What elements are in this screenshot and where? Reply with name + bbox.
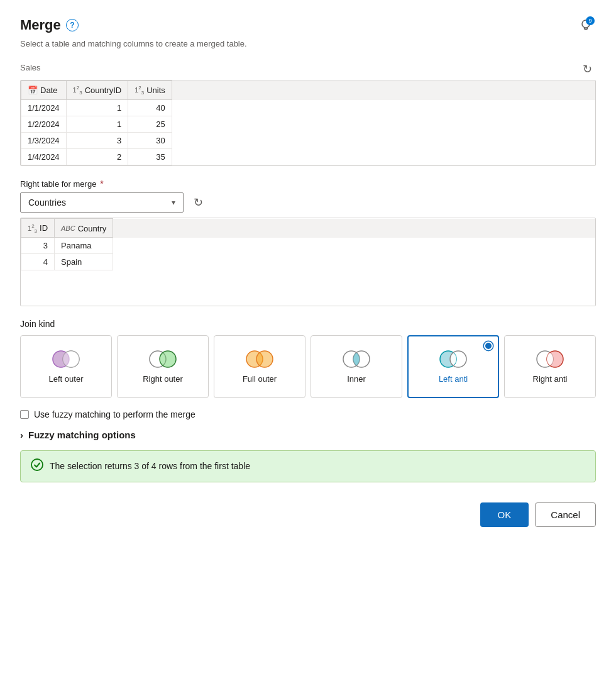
number-icon-id: 123 <box>28 223 37 234</box>
col-date-label: Date <box>40 86 57 95</box>
join-options-container: Left outer Right outer Full outer <box>20 335 596 398</box>
table-row: 1/2/2024 1 25 <box>21 116 595 133</box>
chevron-right-icon: › <box>20 430 23 440</box>
sales-label: Sales <box>20 63 41 72</box>
sales-row4-units: 35 <box>128 149 172 165</box>
sales-row4-countryid: 2 <box>66 149 128 165</box>
sales-col-empty <box>172 81 595 100</box>
join-option-left-outer[interactable]: Left outer <box>20 335 112 398</box>
countries-table: 123 ID ABC Country 3 Panama <box>21 218 595 306</box>
right-anti-label: Right anti <box>533 374 568 384</box>
left-anti-venn <box>437 349 470 369</box>
footer-buttons: OK Cancel <box>20 497 596 527</box>
right-table-refresh-button[interactable]: ↻ <box>190 194 207 211</box>
full-outer-venn <box>243 349 276 369</box>
left-anti-label: Left anti <box>439 374 468 384</box>
sales-refresh-button[interactable]: ↻ <box>579 61 596 77</box>
text-icon-country: ABC <box>61 225 75 232</box>
result-bar: The selection returns 3 of 4 rows from t… <box>20 450 596 482</box>
help-icon[interactable]: ? <box>66 19 79 31</box>
countries-row1-empty <box>113 238 595 254</box>
sales-row4-empty <box>172 149 595 165</box>
countries-empty-row2 <box>21 288 596 306</box>
right-table-label-text: Right table for merge <box>20 179 96 189</box>
ok-button[interactable]: OK <box>480 502 529 527</box>
sales-row3-units: 30 <box>128 133 172 149</box>
right-outer-label: Right outer <box>143 374 183 384</box>
countries-empty-row1 <box>21 270 596 288</box>
right-outer-venn <box>146 349 179 369</box>
header: Merge ? 9 <box>20 15 596 35</box>
sales-col-date[interactable]: 📅 Date <box>21 81 67 100</box>
table-row: 1/4/2024 2 35 <box>21 149 595 165</box>
table-row: 1/3/2024 3 30 <box>21 133 595 149</box>
cancel-button[interactable]: Cancel <box>535 502 596 527</box>
join-option-inner[interactable]: Inner <box>311 335 402 398</box>
notification-badge: 9 <box>586 16 595 25</box>
required-indicator: * <box>100 179 103 189</box>
sales-table: 📅 Date 123 CountryID 123 Units <box>21 80 595 165</box>
countries-row2-empty <box>113 254 595 270</box>
right-table-header-row: Right table for merge * <box>20 179 596 189</box>
sales-row3-empty <box>172 133 595 149</box>
fuzzy-matching-row: Use fuzzy matching to perform the merge <box>20 409 596 419</box>
sales-col-countryid[interactable]: 123 CountryID <box>66 81 128 100</box>
countries-col-id[interactable]: 123 ID <box>21 219 55 238</box>
countries-row2-country: Spain <box>55 254 113 270</box>
join-option-right-anti[interactable]: Right anti <box>504 335 596 398</box>
svg-point-7 <box>160 351 176 367</box>
sales-row2-countryid: 1 <box>66 116 128 133</box>
join-option-full-outer[interactable]: Full outer <box>214 335 305 398</box>
svg-point-9 <box>256 351 273 367</box>
page-subtitle: Select a table and matching columns to c… <box>20 39 596 48</box>
sales-row1-units: 40 <box>128 100 172 116</box>
left-outer-label: Left outer <box>49 374 84 384</box>
dropdown-selected-value: Countries <box>28 197 66 208</box>
col-id-label: ID <box>40 223 48 233</box>
sales-row1-countryid: 1 <box>66 100 128 116</box>
col-units-label: Units <box>146 86 165 95</box>
check-circle-icon <box>31 458 43 474</box>
sales-row3-date: 1/3/2024 <box>21 133 67 149</box>
title-area: Merge ? <box>20 17 79 33</box>
number-icon-1: 123 <box>73 85 82 96</box>
fuzzy-options-label: Fuzzy matching options <box>28 430 136 440</box>
countries-table-container: 123 ID ABC Country 3 Panama <box>20 218 596 306</box>
selected-indicator <box>484 341 493 350</box>
sales-row1-empty <box>172 100 595 116</box>
result-text: The selection returns 3 of 4 rows from t… <box>50 461 250 471</box>
fuzzy-matching-label: Use fuzzy matching to perform the merge <box>34 409 195 419</box>
right-table-dropdown[interactable]: Countries ▾ <box>20 192 184 213</box>
join-option-left-anti[interactable]: Left anti <box>407 335 499 398</box>
join-option-right-outer[interactable]: Right outer <box>117 335 209 398</box>
number-icon-2: 123 <box>135 85 144 96</box>
col-country-label: Country <box>78 224 107 233</box>
countries-row1-id: 3 <box>21 238 55 254</box>
table-row: 4 Spain <box>21 254 596 270</box>
sales-row2-date: 1/2/2024 <box>21 116 67 133</box>
countries-row1-country: Panama <box>55 238 113 254</box>
countries-row2-id: 4 <box>21 254 55 270</box>
right-table-label: Right table for merge * <box>20 179 104 189</box>
col-countryid-label: CountryID <box>85 86 122 95</box>
inner-label: Inner <box>347 374 366 384</box>
table-row: 1/1/2024 1 40 <box>21 100 595 116</box>
sales-row4-date: 1/4/2024 <box>21 149 67 165</box>
countries-col-country[interactable]: ABC Country <box>55 219 113 238</box>
full-outer-label: Full outer <box>243 374 277 384</box>
chevron-down-icon: ▾ <box>172 198 175 207</box>
sales-row2-units: 25 <box>128 116 172 133</box>
notification-button[interactable]: 9 <box>576 15 596 35</box>
left-outer-venn <box>50 349 82 369</box>
join-kind-label: Join kind <box>20 319 596 329</box>
page-title: Merge <box>20 17 61 33</box>
svg-point-22 <box>31 459 43 470</box>
sales-row2-empty <box>172 116 595 133</box>
sales-table-header: Sales ↻ <box>20 61 596 77</box>
fuzzy-matching-options-header[interactable]: › Fuzzy matching options <box>20 430 596 440</box>
sales-col-units[interactable]: 123 Units <box>128 81 172 100</box>
calendar-icon: 📅 <box>28 86 38 95</box>
fuzzy-matching-checkbox[interactable] <box>20 410 29 419</box>
right-anti-venn <box>534 349 566 369</box>
inner-venn <box>340 349 373 369</box>
